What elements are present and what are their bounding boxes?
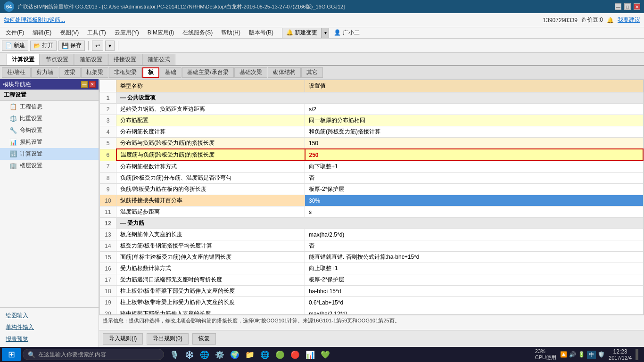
table-row[interactable]: 16 受力筋根数计算方式 向上取整+1 xyxy=(100,263,644,274)
row-value[interactable]: 30% xyxy=(305,195,644,206)
sub-tab-others[interactable]: 其它 xyxy=(301,67,323,78)
menu-edit[interactable]: 编辑(E) xyxy=(29,28,55,38)
feedback-link[interactable]: 我要建议 xyxy=(618,16,640,24)
table-row[interactable]: 3 分布筋配置 同一板厚的分布筋相同 xyxy=(100,115,644,126)
table-row[interactable]: 2 起始受力钢筋、负筋距支座边距离 s/2 xyxy=(100,104,644,115)
row-value[interactable]: 否 xyxy=(305,173,644,184)
table-row[interactable]: 14 板受力筋/板带钢筋搭接平均长度计算 否 xyxy=(100,240,644,252)
sidebar-item-loss[interactable]: 📊 损耗设置 xyxy=(0,136,99,148)
table-row[interactable]: 7 分布钢筋根数计算方式 向下取整+1 xyxy=(100,161,644,173)
sub-tab-foundation[interactable]: 基础 xyxy=(160,67,182,78)
sub-tab-column[interactable]: 柱/墙柱 xyxy=(2,67,31,78)
sidebar-item-specific-gravity[interactable]: ⚖️ 比重设置 xyxy=(0,113,99,124)
undo-dropdown[interactable]: ▾ xyxy=(105,41,115,51)
row-value[interactable]: ha-bhc+15*d xyxy=(305,286,644,297)
menu-tools[interactable]: 工具(T) xyxy=(83,28,109,38)
new-change-dropdown[interactable]: ▾ xyxy=(322,28,329,38)
sub-tab-shear-wall[interactable]: 剪力墙 xyxy=(31,67,58,78)
table-row[interactable]: 5 分布筋与负筋(跨板受力筋)的搭接长度 150 xyxy=(100,138,644,149)
table-row[interactable]: 8 负筋(跨板受力筋)分布筋、温度筋是否带弯勾 否 xyxy=(100,173,644,184)
maximize-button[interactable]: □ xyxy=(624,3,631,10)
row-value[interactable]: 0.6*Lab+15*d xyxy=(305,297,644,308)
task-icon-7[interactable]: 🌐 xyxy=(258,348,272,361)
row-value[interactable]: 向下取整+1 xyxy=(305,161,644,173)
tab-stirrup[interactable]: 箍筋设置 xyxy=(74,54,107,65)
report-preview-link[interactable]: 报表预览 xyxy=(0,333,99,345)
sidebar-item-hook[interactable]: 🔧 弯钩设置 xyxy=(0,124,99,136)
help-link[interactable]: 如何处理筏板附加钢筋... xyxy=(4,16,65,24)
component-input-link[interactable]: 单构件输入 xyxy=(0,321,99,333)
tab-splice[interactable]: 搭接设置 xyxy=(108,54,141,65)
table-row[interactable]: 17 受力筋遇洞口或端部无支座时的弯折长度 板厚-2*保护层 xyxy=(100,274,644,286)
menu-view[interactable]: 视图(V) xyxy=(56,28,83,38)
menu-help[interactable]: 帮助(H) xyxy=(217,28,244,38)
sub-tab-non-frame-beam[interactable]: 非框架梁 xyxy=(109,67,142,78)
save-file-button[interactable]: 💾保存 xyxy=(58,41,85,51)
task-icon-2[interactable]: ❄️ xyxy=(183,348,196,361)
battery-icon[interactable]: 🔋 xyxy=(578,351,585,358)
tab-node[interactable]: 节点设置 xyxy=(41,54,74,65)
table-row[interactable]: 19 柱上板带/板带暗梁上部受力筋伸入支座的长度 0.6*Lab+15*d xyxy=(100,297,644,308)
data-table[interactable]: 类型名称 设置值 1 — 公共设置项 2 起始受力钢筋、负筋距支座边 xyxy=(99,79,644,315)
row-value[interactable]: 和负筋(跨板受力筋)搭接计算 xyxy=(305,126,644,138)
row-value[interactable]: s xyxy=(305,206,644,218)
tab-stirrup-formula[interactable]: 箍筋公式 xyxy=(142,54,175,65)
sidebar-close-button[interactable]: ✕ xyxy=(89,81,96,88)
table-row[interactable]: 15 面筋(单标主跨板受力筋)伸入支座的锚固长度 能直锚就直锚. 否则按公式计算… xyxy=(100,252,644,263)
table-row[interactable]: 4 分布钢筋长度计算 和负筋(跨板受力筋)搭接计算 xyxy=(100,126,644,138)
taskbar-search[interactable]: 🔍 在这里输入你要搜索的内容 xyxy=(23,349,164,360)
minimize-button[interactable]: — xyxy=(615,3,621,10)
sub-tab-coupling-beam[interactable]: 连梁 xyxy=(59,67,81,78)
new-file-button[interactable]: 📄新建 xyxy=(2,41,28,51)
row-value[interactable]: 板厚-2*保护层 xyxy=(305,184,644,195)
drawing-input-link[interactable]: 绘图输入 xyxy=(0,310,99,321)
row-value[interactable]: 否 xyxy=(305,240,644,252)
sub-tab-slab[interactable]: 板 xyxy=(142,67,159,78)
menu-online[interactable]: 在线服务(S) xyxy=(179,28,216,38)
sub-tab-main-foundation-beam[interactable]: 基础主梁/承台梁 xyxy=(182,67,233,78)
import-rules-button[interactable]: 导入规则(I) xyxy=(103,333,143,345)
sub-tab-secondary-foundation-beam[interactable]: 基础次梁 xyxy=(234,67,267,78)
menu-cloud[interactable]: 云应用(Y) xyxy=(111,28,143,38)
menu-bim[interactable]: BIM应用(I) xyxy=(144,28,178,38)
network-icon[interactable]: 🔼 xyxy=(560,351,567,358)
row-value[interactable]: 向上取整+1 xyxy=(305,263,644,274)
task-icon-6[interactable]: 📁 xyxy=(243,348,256,361)
task-icon-8[interactable]: 🟢 xyxy=(273,348,287,361)
close-button[interactable]: ✕ xyxy=(634,3,640,10)
tab-calculation[interactable]: 计算设置 xyxy=(7,54,40,65)
sidebar-item-floor[interactable]: 🏢 楼层设置 xyxy=(0,160,99,172)
input-method[interactable]: 中 xyxy=(587,351,596,359)
menu-version[interactable]: 版本号(B) xyxy=(245,28,277,38)
sub-tab-masonry[interactable]: 砌体结构 xyxy=(268,67,301,78)
table-row[interactable]: 18 柱上板带/板带暗梁下部受力筋伸入支座的长度 ha-bhc+15*d xyxy=(100,286,644,297)
menu-file[interactable]: 文件(F) xyxy=(2,28,28,38)
task-icon-5[interactable]: 🌍 xyxy=(228,348,241,361)
row-value[interactable]: s/2 xyxy=(305,104,644,115)
open-file-button[interactable]: 📂打开 xyxy=(30,41,57,51)
task-icon-4[interactable]: ⚙️ xyxy=(213,348,226,361)
task-icon-9[interactable]: 🔴 xyxy=(289,348,302,361)
table-row[interactable]: 9 负筋/跨板受力筋在板内的弯折长度 板厚-2*保护层 xyxy=(100,184,644,195)
volume-icon[interactable]: 🔊 xyxy=(569,351,576,358)
sidebar-item-calculation[interactable]: 🔢 计算设置 xyxy=(0,148,99,160)
restore-button[interactable]: 恢复 xyxy=(192,333,216,345)
table-row[interactable]: 11 温度筋起步距离 s xyxy=(100,206,644,218)
row-value[interactable]: 150 xyxy=(305,138,644,149)
row-value[interactable]: max(ha/2,12*d) xyxy=(305,308,644,315)
table-row-orange[interactable]: 10 纵筋搭接接头错开百分率 30% xyxy=(100,195,644,206)
row-value[interactable]: max(ha/2,5*d) xyxy=(305,229,644,240)
start-button[interactable]: ⊞ xyxy=(2,348,21,361)
sidebar-minimize-button[interactable]: — xyxy=(81,81,88,88)
new-change-button[interactable]: 🔔 新建变更 xyxy=(282,28,322,38)
sub-tab-frame-beam[interactable]: 框架梁 xyxy=(81,67,108,78)
task-icon-1[interactable]: 🎙️ xyxy=(168,348,181,361)
table-row[interactable]: 13 板底钢筋伸入支座的长度 max(ha/2,5*d) xyxy=(100,229,644,240)
undo-button[interactable]: ↩ xyxy=(92,41,103,51)
task-icon-3[interactable]: 🌐 xyxy=(198,348,211,361)
row-value[interactable]: 250 xyxy=(305,149,644,161)
row-value[interactable]: 能直锚就直锚. 否则按公式计算:ha-bhc+15*d xyxy=(305,252,644,263)
task-icon-11[interactable]: 💚 xyxy=(319,348,332,361)
row-value[interactable]: 同一板厚的分布筋相同 xyxy=(305,115,644,126)
row-value[interactable]: 板厚-2*保护层 xyxy=(305,274,644,286)
